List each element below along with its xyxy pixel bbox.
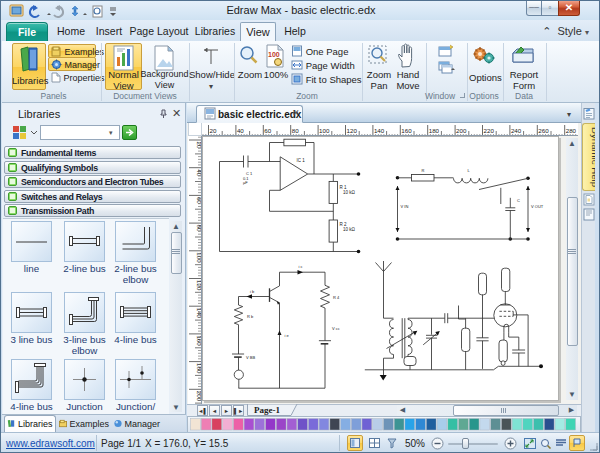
svg-text:160: 160 <box>401 127 412 134</box>
svg-text:20: 20 <box>209 127 216 134</box>
svg-text:260: 260 <box>538 127 549 134</box>
svg-text:10 kΩ: 10 kΩ <box>343 227 356 232</box>
svg-text:i e: i e <box>284 332 289 337</box>
svg-text:Dynamic Help: Dynamic Help <box>590 127 596 187</box>
svg-text:60: 60 <box>264 127 271 134</box>
svg-text:220: 220 <box>483 127 494 134</box>
svg-text:R b: R b <box>247 313 254 318</box>
svg-text:µF: µF <box>243 180 248 185</box>
svg-text:280: 280 <box>565 127 576 134</box>
svg-text:V IN: V IN <box>400 204 408 209</box>
svg-text:100: 100 <box>268 51 280 58</box>
svg-text:V BB: V BB <box>246 354 255 359</box>
svg-text:200: 200 <box>456 127 467 134</box>
svg-text:i c: i c <box>298 263 302 268</box>
svg-text:C: C <box>517 197 520 202</box>
svg-text:V OUT: V OUT <box>531 204 544 209</box>
svg-text:R: R <box>421 168 424 173</box>
svg-text:180: 180 <box>428 127 439 134</box>
svg-text:L: L <box>467 167 470 172</box>
svg-text:10 kΩ: 10 kΩ <box>343 190 356 195</box>
svg-text:120: 120 <box>346 127 357 134</box>
svg-text:40: 40 <box>236 127 243 134</box>
svg-text:100: 100 <box>319 127 330 134</box>
svg-text:140: 140 <box>373 127 384 134</box>
svg-text:R 4: R 4 <box>333 294 340 299</box>
svg-text:240: 240 <box>510 127 521 134</box>
svg-text:V cc: V cc <box>332 325 340 330</box>
svg-text:i b: i b <box>250 288 255 293</box>
svg-text:IC 1: IC 1 <box>296 158 305 163</box>
svg-text:80: 80 <box>291 127 298 134</box>
